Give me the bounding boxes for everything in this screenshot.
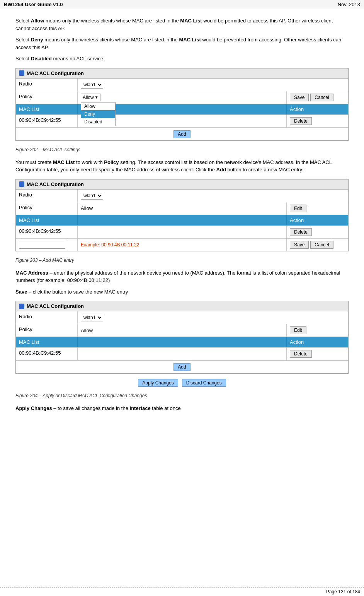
header-title: BW1254 User Guide v1.0	[4, 2, 63, 7]
table1-header-title: MAC ACL Configuration	[27, 70, 84, 76]
disabled-paragraph: Select Disabled means no ACL service.	[15, 55, 349, 63]
table-row: Radio wlan1	[16, 311, 348, 324]
mac-acl-table-1: MAC ACL Configuration Radio wlan1 Policy…	[15, 68, 349, 141]
table-row: 00:90:4B:C9:42:55 Delete	[16, 115, 348, 128]
footer-bar: Page 121 of 184	[0, 587, 364, 596]
policy-value-3: Allow	[78, 324, 286, 336]
policy-actions: Save Cancel	[286, 91, 348, 104]
mac-list-label-2: MAC List	[16, 215, 78, 225]
mac-list-label-3: MAC List	[16, 337, 78, 347]
dropdown-disabled[interactable]: Disabled	[81, 118, 115, 126]
table3-footer: Add	[16, 360, 348, 373]
radio-select-2[interactable]: wlan1	[81, 192, 103, 200]
discard-changes-button[interactable]: Discard Changes	[182, 379, 226, 387]
mac-address-2-value	[78, 226, 286, 238]
radio-value-3: wlan1	[78, 311, 348, 324]
table-row: Policy Allow Edit	[16, 324, 348, 337]
cancel-button[interactable]: Cancel	[310, 94, 333, 101]
mac-list-value-2	[78, 215, 286, 225]
add-button-3[interactable]: Add	[173, 363, 190, 371]
table1-header: MAC ACL Configuration	[16, 68, 348, 79]
edit-button-1[interactable]: Edit	[290, 205, 306, 212]
table-row: Example: 00:90:4B:00:11:22 Save Cancel	[16, 239, 348, 251]
mac-address-3: 00:90:4B:C9:42:55	[16, 348, 78, 360]
mac-address-desc: MAC Address – enter the physical address…	[15, 269, 349, 284]
dropdown-arrow-icon: ▼	[95, 95, 99, 99]
table-row: Policy Allow Edit	[16, 202, 348, 215]
save-button[interactable]: Save	[290, 94, 309, 101]
policy-value-2: Allow	[78, 202, 286, 215]
table3-header: MAC ACL Configuration	[16, 301, 348, 311]
table-row: Policy Allow ▼ Allow Deny Disabled Save …	[16, 91, 348, 104]
dropdown-allow[interactable]: Allow	[81, 102, 115, 110]
table1-footer: Add	[16, 128, 348, 140]
policy-dropdown[interactable]: Allow ▼ Allow Deny Disabled	[81, 94, 100, 101]
table2-header-title: MAC ACL Configuration	[27, 181, 84, 187]
radio-label-2: Radio	[16, 190, 78, 202]
bottom-buttons: Apply Changes Discard Changes	[15, 379, 349, 387]
table2-header-icon	[19, 181, 24, 187]
table-row: 00:90:4B:C9:42:55 Delete	[16, 348, 348, 360]
apply-changes-button[interactable]: Apply Changes	[138, 379, 178, 387]
radio-select-3[interactable]: wlan1	[81, 314, 103, 321]
delete-button-3[interactable]: Delete	[290, 350, 312, 358]
policy-action-3: Edit	[286, 324, 348, 336]
delete-button-2[interactable]: Delete	[290, 228, 312, 236]
edit-button-2[interactable]: Edit	[290, 326, 306, 334]
policy-value: Allow ▼ Allow Deny Disabled	[78, 91, 286, 104]
mac-address-3-value	[78, 348, 286, 360]
example-text: Example: 00:90:4B:00:11:22	[81, 242, 139, 248]
mac-list-desc: You must create MAC List to work with Po…	[15, 159, 349, 174]
figure1-caption: Figure 202 – MAC ACL settings	[15, 146, 349, 153]
radio-select[interactable]: wlan1	[81, 81, 103, 89]
mac-address-2: 00:90:4B:C9:42:55	[16, 226, 78, 238]
table-row: Radio wlan1	[16, 190, 348, 202]
table-row: MAC List Action	[16, 215, 348, 226]
header-date: Nov. 2013	[338, 2, 360, 7]
policy-selected: Allow	[83, 95, 94, 100]
page-info: Page 121 of 184	[326, 589, 360, 594]
radio-label-3: Radio	[16, 311, 78, 324]
mac-address-2-action: Delete	[286, 226, 348, 238]
new-mac-cell	[16, 239, 78, 251]
header-bar: BW1254 User Guide v1.0 Nov. 2013	[0, 0, 364, 9]
radio-label: Radio	[16, 79, 78, 91]
policy-label: Policy	[16, 91, 78, 104]
radio-value-2: wlan1	[78, 190, 348, 202]
table-row: Radio wlan1	[16, 79, 348, 91]
table-row: MAC List Action	[16, 337, 348, 348]
mac-acl-table-2: MAC ACL Configuration Radio wlan1 Policy…	[15, 179, 349, 251]
mac-address-1: 00:90:4B:C9:42:55	[16, 115, 78, 127]
new-mac-actions: Save Cancel	[286, 239, 348, 251]
dropdown-deny[interactable]: Deny	[81, 110, 115, 118]
delete-button[interactable]: Delete	[290, 117, 312, 125]
action-label: Action	[286, 104, 348, 114]
deny-paragraph: Select Deny means only the wireless clie…	[15, 36, 349, 51]
action-label-2: Action	[286, 215, 348, 225]
table-row: 00:90:4B:C9:42:55 Delete	[16, 226, 348, 239]
cancel-button-2[interactable]: Cancel	[310, 241, 333, 249]
save-desc: Save – click the button to save the new …	[15, 288, 349, 296]
mac-address-3-action: Delete	[286, 348, 348, 360]
table-row: MAC List Action	[16, 104, 348, 115]
new-mac-example: Example: 00:90:4B:00:11:22	[78, 239, 286, 251]
figure2-caption: Figure 203 – Add MAC entry	[15, 257, 349, 264]
policy-label-2: Policy	[16, 202, 78, 215]
apply-desc: Apply Changes – to save all changes made…	[15, 405, 349, 412]
mac-address-1-action: Delete	[286, 115, 348, 127]
table3-header-title: MAC ACL Configuration	[27, 303, 84, 309]
mac-acl-table-3: MAC ACL Configuration Radio wlan1 Policy…	[15, 301, 349, 374]
save-button-2[interactable]: Save	[290, 241, 309, 249]
add-button-1[interactable]: Add	[173, 130, 190, 138]
table3-header-icon	[19, 304, 24, 309]
radio-value: wlan1	[78, 79, 348, 91]
action-label-3: Action	[286, 337, 348, 347]
mac-list-label: MAC List	[16, 104, 78, 114]
table2-header: MAC ACL Configuration	[16, 179, 348, 190]
table1-header-icon	[19, 70, 24, 76]
policy-label-3: Policy	[16, 324, 78, 336]
mac-input[interactable]	[19, 241, 65, 249]
allow-paragraph: Select Allow means only the wireless cli…	[15, 17, 349, 32]
main-content: Select Allow means only the wireless cli…	[0, 9, 364, 424]
mac-list-value-3	[78, 337, 286, 347]
